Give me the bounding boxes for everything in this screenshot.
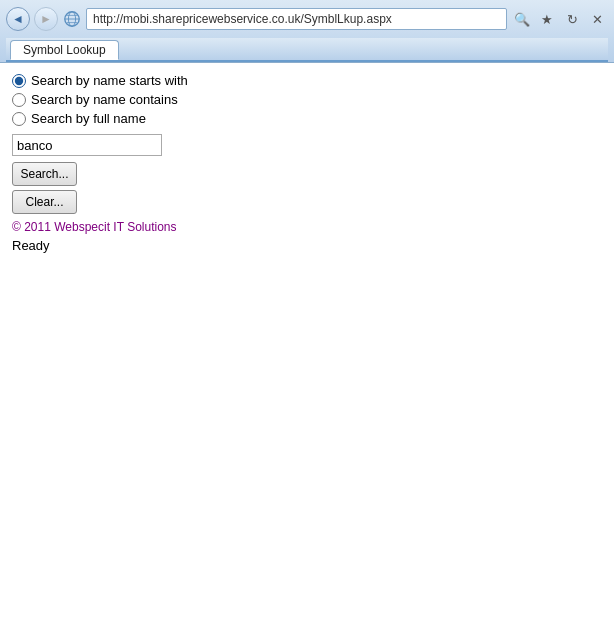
address-bar[interactable]: http://mobi.sharepricewebservice.co.uk/S… bbox=[86, 8, 507, 30]
radio-contains-label: Search by name contains bbox=[31, 92, 178, 107]
radio-option-1[interactable]: Search by name starts with bbox=[12, 73, 602, 88]
active-tab-label: Symbol Lookup bbox=[23, 43, 106, 57]
search-button-label: Search... bbox=[20, 167, 68, 181]
globe-icon bbox=[62, 9, 82, 29]
search-toolbar-button[interactable]: 🔍 bbox=[511, 8, 533, 30]
stop-button[interactable]: ✕ bbox=[586, 8, 608, 30]
active-tab[interactable]: Symbol Lookup bbox=[10, 40, 119, 60]
radio-contains[interactable] bbox=[12, 93, 26, 107]
copyright-link[interactable]: © 2011 Webspecit IT Solutions bbox=[12, 220, 602, 234]
radio-starts-with-label: Search by name starts with bbox=[31, 73, 188, 88]
forward-button[interactable]: ► bbox=[34, 7, 58, 31]
clear-button-label: Clear... bbox=[25, 195, 63, 209]
clear-button[interactable]: Clear... bbox=[12, 190, 77, 214]
status-text: Ready bbox=[12, 238, 50, 253]
radio-starts-with[interactable] bbox=[12, 74, 26, 88]
status-bar: Ready bbox=[12, 238, 602, 253]
back-icon: ◄ bbox=[12, 12, 24, 26]
page-content: Search by name starts with Search by nam… bbox=[0, 63, 614, 263]
search-text-input[interactable] bbox=[12, 134, 162, 156]
toolbar-right: 🔍 ★ ↻ ✕ bbox=[511, 8, 608, 30]
browser-chrome: ◄ ► http://mobi.sharepricewebservice.co.… bbox=[0, 0, 614, 63]
refresh-button[interactable]: ↻ bbox=[561, 8, 583, 30]
copyright-text: © 2011 Webspecit IT Solutions bbox=[12, 220, 177, 234]
globe-svg bbox=[63, 10, 81, 28]
back-button[interactable]: ◄ bbox=[6, 7, 30, 31]
tabs-row: Symbol Lookup bbox=[6, 38, 608, 62]
radio-full-name[interactable] bbox=[12, 112, 26, 126]
search-options-group: Search by name starts with Search by nam… bbox=[12, 73, 602, 126]
forward-icon: ► bbox=[40, 12, 52, 26]
radio-option-3[interactable]: Search by full name bbox=[12, 111, 602, 126]
search-button[interactable]: Search... bbox=[12, 162, 77, 186]
favorites-button[interactable]: ★ bbox=[536, 8, 558, 30]
radio-full-name-label: Search by full name bbox=[31, 111, 146, 126]
radio-option-2[interactable]: Search by name contains bbox=[12, 92, 602, 107]
